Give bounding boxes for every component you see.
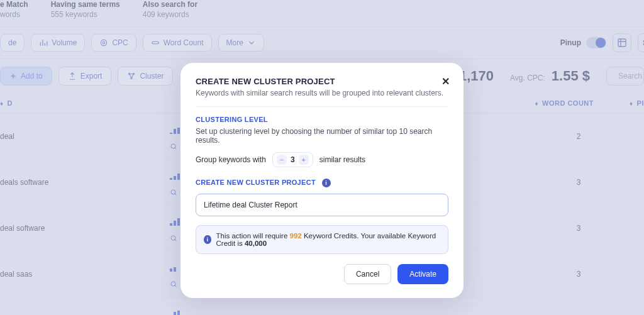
modal-title: CREATE NEW CLUSTER PROJECT	[196, 77, 448, 86]
activate-button[interactable]: Activate	[397, 264, 448, 284]
create-cluster-modal: ✕ CREATE NEW CLUSTER PROJECT Keywords wi…	[180, 63, 464, 298]
project-name-title: CREATE NEW CLUSTER PROJECT	[196, 179, 316, 186]
clustering-level-text: Set up clustering level by choosing the …	[196, 127, 448, 145]
cancel-button[interactable]: Cancel	[344, 264, 391, 284]
info-icon: i	[204, 235, 211, 244]
stepper-value: 3	[291, 155, 295, 164]
close-button[interactable]: ✕	[441, 75, 450, 87]
stepper-minus[interactable]: −	[277, 155, 287, 165]
stepper-plus[interactable]: +	[299, 155, 309, 165]
modal-actions: Cancel Activate	[196, 264, 448, 284]
group-keywords-row: Group keywords with − 3 + similar result…	[196, 152, 448, 167]
modal-subtitle: Keywords with similar search results wil…	[196, 89, 448, 97]
credit-info-box: i This action will require 992 Keyword C…	[196, 225, 448, 254]
cluster-value-stepper[interactable]: − 3 +	[272, 152, 313, 167]
project-name-input[interactable]	[196, 194, 448, 216]
info-icon[interactable]: i	[322, 179, 331, 187]
clustering-level-title: CLUSTERING LEVEL	[196, 116, 448, 123]
